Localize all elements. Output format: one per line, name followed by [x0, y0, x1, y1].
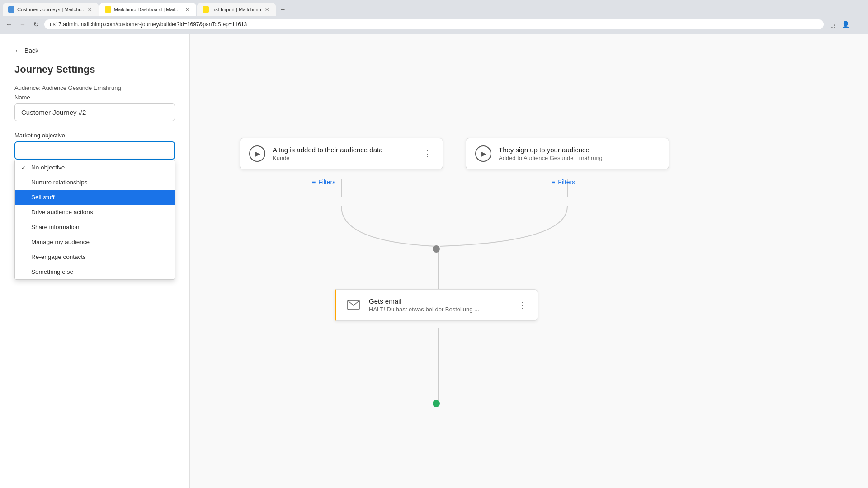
dropdown-option-no-objective[interactable]: No objective [15, 160, 175, 175]
browser-toolbar: ← → ↻ us17.admin.mailchimp.com/customer-… [0, 16, 868, 33]
tab-label-2: Mailchimp Dashboard | Mailchi... [114, 7, 182, 12]
journey-name-input[interactable] [14, 103, 175, 121]
filter-label-right: Filters [558, 178, 575, 186]
journey-canvas: ▶ A tag is added to their audience data … [190, 34, 868, 488]
connector-lines [190, 34, 868, 488]
tab-list-import[interactable]: List Import | Mailchimp ✕ [197, 3, 276, 16]
option-label: Drive audience actions [31, 209, 93, 216]
back-nav-button[interactable]: ← [4, 19, 14, 30]
dropdown-option-something[interactable]: Something else [15, 264, 175, 279]
main-content: ← Back Journey Settings Audience: Audien… [0, 34, 868, 488]
dropdown-option-nurture[interactable]: Nurture relationships [15, 175, 175, 190]
trigger-node-signup[interactable]: ▶ They sign up to your audience Added to… [466, 138, 669, 169]
email-node[interactable]: Gets email HALT! Du hast etwas bei der B… [335, 289, 538, 321]
tab-favicon-2 [105, 6, 111, 13]
forward-nav-button[interactable]: → [17, 19, 28, 30]
tab-close-2[interactable]: ✕ [184, 6, 191, 13]
back-link[interactable]: ← Back [14, 47, 175, 55]
filter-icon-right: ≡ [552, 178, 555, 186]
left-panel: ← Back Journey Settings Audience: Audien… [0, 34, 190, 488]
node-content-left: A tag is added to their audience data Ku… [273, 146, 415, 161]
node-content-right: They sign up to your audience Added to A… [499, 146, 660, 161]
node-play-button-right[interactable]: ▶ [475, 145, 491, 162]
filter-button-left[interactable]: ≡ Filters [312, 178, 335, 186]
tab-favicon-1 [8, 6, 14, 13]
option-label: Something else [31, 268, 73, 275]
node-title-right: They sign up to your audience [499, 146, 660, 154]
dropdown-option-sell[interactable]: Sell stuff [15, 190, 175, 205]
menu-button[interactable]: ⋮ [854, 19, 864, 30]
option-label: Manage my audience [31, 239, 90, 245]
option-label: Re-engage contacts [31, 253, 86, 260]
profile-button[interactable]: 👤 [840, 19, 851, 30]
email-node-title: Gets email [369, 297, 509, 305]
tab-mailchimp-dashboard[interactable]: Mailchimp Dashboard | Mailchi... ✕ [99, 3, 196, 16]
name-field-label: Name [14, 94, 175, 101]
filter-button-right[interactable]: ≡ Filters [552, 178, 575, 186]
filter-label-left: Filters [318, 178, 335, 186]
tab-label-3: List Import | Mailchimp [212, 7, 261, 12]
tab-close-1[interactable]: ✕ [87, 6, 93, 13]
merge-dot [433, 245, 440, 253]
back-label: Back [24, 47, 38, 54]
back-arrow-icon: ← [14, 47, 22, 55]
marketing-objective-dropdown[interactable]: No objective Nurture relationships Sell … [14, 141, 175, 160]
option-label: Nurture relationships [31, 179, 88, 186]
panel-title: Journey Settings [14, 64, 175, 75]
option-label: No objective [31, 164, 65, 171]
dropdown-menu: No objective Nurture relationships Sell … [14, 160, 175, 280]
dropdown-input-field[interactable] [14, 141, 175, 160]
bottom-dot [433, 400, 440, 407]
node-subtitle-right: Added to Audience Gesunde Ernährung [499, 155, 660, 161]
option-label: Share information [31, 224, 80, 230]
audience-label: Audience: Audience Gesunde Ernährung [14, 84, 175, 91]
tab-close-3[interactable]: ✕ [264, 6, 270, 13]
node-title-left: A tag is added to their audience data [273, 146, 415, 154]
trigger-node-tag[interactable]: ▶ A tag is added to their audience data … [240, 138, 443, 169]
filter-icon-left: ≡ [312, 178, 316, 186]
address-bar[interactable]: us17.admin.mailchimp.com/customer-journe… [44, 19, 824, 29]
dropdown-option-reengage[interactable]: Re-engage contacts [15, 249, 175, 264]
play-icon-right: ▶ [481, 150, 486, 157]
email-node-content: Gets email HALT! Du hast etwas bei der B… [369, 297, 509, 313]
tab-customer-journeys[interactable]: Customer Journeys | Mailchi... ✕ [3, 3, 99, 16]
tab-label-1: Customer Journeys | Mailchi... [17, 7, 84, 12]
node-menu-button-left[interactable]: ⋮ [422, 147, 434, 160]
node-play-button-left[interactable]: ▶ [249, 145, 265, 162]
address-text: us17.admin.mailchimp.com/customer-journe… [50, 21, 247, 28]
dropdown-option-manage[interactable]: Manage my audience [15, 235, 175, 249]
browser-tabs: Customer Journeys | Mailchi... ✕ Mailchi… [0, 0, 868, 16]
option-label: Sell stuff [31, 194, 55, 201]
email-node-subtitle: HALT! Du hast etwas bei der Bestellung .… [369, 306, 509, 313]
play-icon-left: ▶ [255, 150, 260, 157]
marketing-objective-label: Marketing objective [14, 132, 175, 139]
email-node-menu[interactable]: ⋮ [517, 298, 528, 312]
dropdown-option-share[interactable]: Share information [15, 220, 175, 235]
dropdown-option-drive[interactable]: Drive audience actions [15, 205, 175, 220]
email-icon [345, 297, 362, 313]
tab-favicon-3 [203, 6, 209, 13]
extensions-button[interactable]: ⬚ [826, 19, 837, 30]
reload-button[interactable]: ↻ [31, 19, 42, 30]
new-tab-button[interactable]: + [277, 4, 289, 16]
browser-chrome: Customer Journeys | Mailchi... ✕ Mailchi… [0, 0, 868, 34]
node-subtitle-left: Kunde [273, 155, 415, 161]
